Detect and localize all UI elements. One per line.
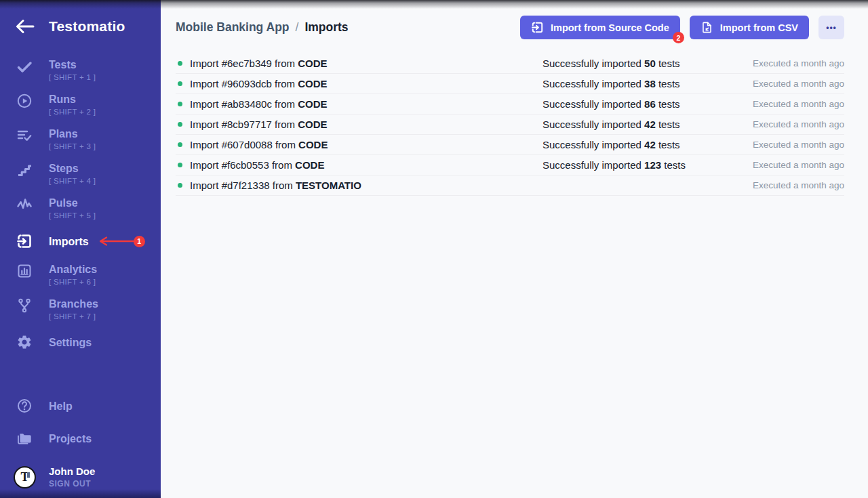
- import-row-left: Import #607d0088 from CODE: [176, 139, 542, 150]
- status-dot-icon: [178, 122, 182, 127]
- sidebar-item-analytics[interactable]: Analytics[ SHIFT + 6 ]: [0, 263, 161, 286]
- folder-icon: [16, 430, 33, 447]
- import-status: Successfully imported 86 tests: [542, 98, 695, 110]
- help-circle-icon: [16, 398, 33, 414]
- sidebar-secondary-nav: HelpProjects: [0, 398, 161, 463]
- status-dot-icon: [178, 183, 182, 188]
- sidebar-item-settings[interactable]: Settings: [0, 332, 161, 352]
- sidebar-item-label: Help: [49, 400, 73, 413]
- sidebar-bottom: HelpProjects T John Doe SIGN OUT: [0, 398, 161, 498]
- sidebar-item-shortcut: [ SHIFT + 1 ]: [49, 73, 96, 81]
- import-status: Successfully imported 123 tests: [542, 159, 695, 171]
- import-row-left: Import #d7f21338 from TESTOMATIO: [176, 180, 542, 191]
- sidebar-item-plans[interactable]: Plans[ SHIFT + 3 ]: [0, 127, 161, 150]
- list-check-icon: [16, 127, 33, 144]
- sidebar-item-text: Branches[ SHIFT + 7 ]: [49, 297, 98, 320]
- sidebar-item-text: Tests[ SHIFT + 1 ]: [49, 58, 96, 81]
- import-title: Import #96093dcb from CODE: [190, 78, 328, 89]
- sidebar-item-pulse[interactable]: Pulse[ SHIFT + 5 ]: [0, 196, 161, 220]
- user-row: T John Doe SIGN OUT: [0, 465, 161, 489]
- sidebar-item-runs[interactable]: Runs[ SHIFT + 2 ]: [0, 93, 161, 116]
- app-window: Testomatio Tests[ SHIFT + 1 ]Runs[ SHIFT…: [0, 0, 868, 498]
- import-title: Import #f6cb0553 from CODE: [190, 159, 324, 171]
- main-content: Mobile Banking App / Imports Import from…: [161, 0, 868, 498]
- page-title: Imports: [304, 20, 348, 35]
- avatar: T: [14, 466, 36, 489]
- import-csv-button[interactable]: Import from CSV: [690, 16, 809, 39]
- import-title: Import #8cb97717 from CODE: [190, 119, 328, 130]
- sidebar-item-label: Tests: [49, 58, 96, 71]
- import-title: Import #6ec7b349 from CODE: [190, 58, 328, 69]
- import-title: Import #d7f21338 from TESTOMATIO: [190, 180, 361, 191]
- gear-icon: [16, 334, 33, 350]
- status-dot-icon: [178, 61, 182, 66]
- sidebar-item-imports[interactable]: Imports1: [0, 231, 161, 251]
- import-row[interactable]: Import #607d0088 from CODESuccessfully i…: [176, 135, 844, 155]
- sidebar: Testomatio Tests[ SHIFT + 1 ]Runs[ SHIFT…: [0, 0, 161, 498]
- import-source-code-button[interactable]: Import from Source Code 2: [520, 16, 680, 39]
- sign-out-link[interactable]: SIGN OUT: [49, 479, 95, 489]
- sidebar-item-projects[interactable]: Projects: [0, 430, 161, 447]
- import-row[interactable]: Import #d7f21338 from TESTOMATIOExecuted…: [176, 175, 844, 196]
- analytics-icon: [16, 263, 33, 279]
- import-executed: Executed a month ago: [695, 140, 844, 150]
- check-icon: [16, 58, 33, 75]
- sidebar-item-text: Analytics[ SHIFT + 6 ]: [49, 263, 97, 286]
- sidebar-item-help[interactable]: Help: [0, 398, 161, 414]
- sidebar-item-text: Runs[ SHIFT + 2 ]: [49, 93, 96, 116]
- back-arrow-icon[interactable]: [15, 18, 35, 35]
- sidebar-item-label: Imports: [49, 235, 89, 248]
- import-row-left: Import #ab83480c from CODE: [176, 98, 542, 110]
- import-list: Import #6ec7b349 from CODESuccessfully i…: [176, 54, 844, 196]
- breadcrumb: Mobile Banking App / Imports: [176, 20, 349, 35]
- sidebar-item-tests[interactable]: Tests[ SHIFT + 1 ]: [0, 58, 161, 81]
- sidebar-item-text: Pulse[ SHIFT + 5 ]: [49, 196, 96, 220]
- status-dot-icon: [178, 81, 182, 86]
- import-row-left: Import #8cb97717 from CODE: [176, 119, 542, 130]
- import-icon: [531, 21, 544, 34]
- sidebar-item-branches[interactable]: Branches[ SHIFT + 7 ]: [0, 297, 161, 320]
- steps-icon: [16, 162, 33, 178]
- import-row[interactable]: Import #6ec7b349 from CODESuccessfully i…: [176, 54, 844, 74]
- sidebar-item-text: Steps[ SHIFT + 4 ]: [49, 162, 96, 185]
- import-csv-label: Import from CSV: [720, 22, 798, 33]
- sidebar-item-shortcut: [ SHIFT + 2 ]: [49, 108, 96, 116]
- breadcrumb-separator: /: [296, 20, 299, 35]
- sidebar-item-text: Imports: [49, 235, 89, 248]
- branch-icon: [16, 297, 33, 314]
- import-status: Successfully imported 38 tests: [542, 78, 695, 89]
- sidebar-item-label: Projects: [49, 432, 92, 445]
- import-executed: Executed a month ago: [695, 99, 844, 109]
- annotation-badge: 1: [134, 236, 145, 247]
- import-row-left: Import #6ec7b349 from CODE: [176, 58, 542, 69]
- import-status: Successfully imported 42 tests: [542, 139, 695, 150]
- sidebar-item-label: Settings: [49, 336, 92, 349]
- header-actions: Import from Source Code 2 Import from CS…: [511, 16, 844, 39]
- import-row[interactable]: Import #f6cb0553 from CODESuccessfully i…: [176, 155, 844, 175]
- import-executed: Executed a month ago: [695, 160, 844, 170]
- csv-file-icon: [701, 21, 713, 34]
- ellipsis-icon: •••: [826, 23, 837, 33]
- import-executed: Executed a month ago: [695, 119, 844, 129]
- sidebar-item-shortcut: [ SHIFT + 7 ]: [49, 312, 98, 320]
- breadcrumb-project[interactable]: Mobile Banking App: [176, 20, 290, 35]
- sidebar-item-label: Pulse: [49, 196, 96, 209]
- sidebar-item-text: Settings: [49, 336, 92, 349]
- annotation-badge: 2: [673, 32, 684, 43]
- page-header: Mobile Banking App / Imports Import from…: [176, 16, 844, 39]
- status-dot-icon: [178, 142, 182, 147]
- more-options-button[interactable]: •••: [818, 16, 844, 39]
- import-row[interactable]: Import #96093dcb from CODESuccessfully i…: [176, 74, 844, 94]
- import-status: Successfully imported 50 tests: [542, 58, 695, 69]
- import-executed: Executed a month ago: [695, 79, 844, 89]
- import-row[interactable]: Import #ab83480c from CODESuccessfully i…: [176, 94, 844, 115]
- import-title: Import #ab83480c from CODE: [190, 98, 328, 110]
- sidebar-item-shortcut: [ SHIFT + 4 ]: [49, 177, 96, 185]
- sidebar-item-label: Steps: [49, 162, 96, 175]
- import-row[interactable]: Import #8cb97717 from CODESuccessfully i…: [176, 115, 844, 135]
- tutorial-arrow-annotation: 1: [97, 236, 145, 247]
- sidebar-item-steps[interactable]: Steps[ SHIFT + 4 ]: [0, 162, 161, 185]
- sidebar-nav: Tests[ SHIFT + 1 ]Runs[ SHIFT + 2 ]Plans…: [0, 58, 161, 364]
- sidebar-item-shortcut: [ SHIFT + 3 ]: [49, 142, 96, 150]
- status-dot-icon: [178, 163, 182, 167]
